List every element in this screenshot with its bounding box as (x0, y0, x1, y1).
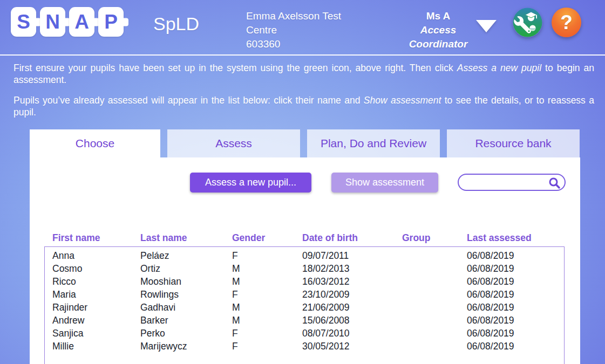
table-cell: Andrew (52, 314, 140, 327)
tab-bar: Choose Assess Plan, Do and Review Resour… (30, 129, 580, 157)
table-cell: Rowlings (140, 288, 232, 301)
instruction-paragraph: First ensure your pupils have been set u… (13, 63, 594, 86)
table-cell: 21/06/2009 (302, 301, 402, 314)
table-cell (402, 301, 467, 314)
table-cell (402, 275, 467, 288)
tab-resource-bank[interactable]: Resource bank (447, 129, 580, 157)
table-cell: 15/06/2008 (302, 314, 402, 327)
column-header: Last name (140, 232, 232, 244)
logo-piece: A (69, 7, 94, 37)
column-header: Gender (232, 232, 302, 244)
table-cell: M (232, 275, 302, 288)
table-cell: 18/02/2013 (302, 262, 402, 275)
table-row[interactable]: RiccoMooshianM16/03/201206/08/2019 (52, 275, 564, 288)
table-row[interactable]: MillieMarijewyczF30/05/201206/08/2019 (52, 340, 564, 353)
table-cell: Sanjica (52, 327, 140, 340)
table-row[interactable]: AndrewBarkerM15/06/200806/08/2019 (52, 314, 564, 327)
table-cell: Rajinder (52, 301, 140, 314)
table-cell: 06/08/2019 (467, 301, 564, 314)
instruction-paragraph: Pupils you’ve already assessed will appe… (13, 95, 594, 118)
centre-name-line: Centre (246, 23, 341, 37)
table-cell: F (232, 327, 302, 340)
table-cell: Cosmo (52, 262, 140, 275)
column-header: Date of birth (302, 232, 402, 244)
column-header: Last assessed (467, 232, 565, 244)
search-box[interactable] (458, 174, 566, 191)
pupil-setup-icon (513, 8, 542, 37)
user-menu-chevron-down-icon[interactable] (476, 20, 497, 32)
table-cell (402, 314, 467, 327)
table-cell: 09/07/2011 (302, 249, 402, 262)
user-info: Ms A Access Coordinator (402, 9, 475, 52)
pupil-table-body: AnnaPeláezF09/07/201106/08/2019CosmoOrti… (52, 249, 564, 353)
table-cell: 30/05/2012 (302, 340, 402, 353)
logo-piece: N (40, 7, 65, 37)
table-cell: 06/08/2019 (467, 262, 564, 275)
show-assessment-button[interactable]: Show assessment (331, 173, 438, 193)
table-cell: M (232, 301, 302, 314)
instructions: First ensure your pupils have been set u… (13, 63, 594, 119)
table-cell: F (232, 288, 302, 301)
user-name: Ms A (426, 10, 451, 22)
table-cell: Perko (140, 327, 232, 340)
table-row[interactable]: SanjicaPerkoF08/07/201006/08/2019 (52, 327, 564, 340)
table-cell: Barker (140, 314, 232, 327)
table-cell: Mooshian (140, 275, 232, 288)
pupil-table: AnnaPeláezF09/07/201106/08/2019CosmoOrti… (44, 246, 565, 364)
table-cell: Ricco (52, 275, 140, 288)
table-row[interactable]: AnnaPeláezF09/07/201106/08/2019 (52, 249, 564, 262)
table-cell: 06/08/2019 (467, 288, 564, 301)
table-cell: Ortiz (140, 262, 232, 275)
table-cell: Anna (52, 249, 140, 262)
centre-info: Emma Axelsson Test Centre 603360 (246, 9, 341, 52)
table-cell: 23/10/2009 (302, 288, 402, 301)
tab-plan-do-review[interactable]: Plan, Do and Review (307, 129, 440, 157)
table-cell: Maria (52, 288, 140, 301)
pupil-setup-button[interactable] (513, 8, 542, 37)
table-cell (402, 249, 467, 262)
content-panel: Assess a new pupil... Show assessment Fi… (30, 157, 580, 364)
user-role-line: Coordinator (402, 37, 475, 51)
assess-new-pupil-button[interactable]: Assess a new pupil... (190, 173, 311, 193)
tab-choose[interactable]: Choose (30, 129, 160, 157)
table-cell: 06/08/2019 (467, 275, 564, 288)
table-cell: M (232, 314, 302, 327)
table-cell: Gadhavi (140, 301, 232, 314)
question-mark-icon: ? (560, 11, 573, 34)
table-cell: 06/08/2019 (467, 340, 564, 353)
logo-piece: P (98, 7, 124, 37)
table-cell: Peláez (140, 249, 232, 262)
table-cell: 16/03/2012 (302, 275, 402, 288)
table-row[interactable]: RajinderGadhaviM21/06/200906/08/2019 (52, 301, 564, 314)
table-cell: Millie (52, 340, 140, 353)
table-cell (402, 327, 467, 340)
table-cell: 06/08/2019 (467, 314, 564, 327)
table-row[interactable]: MariaRowlingsF23/10/200906/08/2019 (52, 288, 564, 301)
table-cell (402, 262, 467, 275)
table-cell: F (232, 340, 302, 353)
table-cell: 06/08/2019 (467, 327, 564, 340)
column-header: First name (52, 232, 140, 244)
tab-assess[interactable]: Assess (167, 129, 300, 157)
table-row[interactable]: CosmoOrtizM18/02/201306/08/2019 (52, 262, 564, 275)
app-header: S N A P SpLD Emma Axelsson Test Centre 6… (0, 0, 605, 56)
search-input[interactable] (465, 176, 546, 189)
table-cell: M (232, 262, 302, 275)
snap-logo: S N A P (11, 7, 124, 37)
search-icon[interactable] (548, 176, 561, 189)
table-cell: 06/08/2019 (467, 249, 564, 262)
table-cell (402, 340, 467, 353)
table-cell: Marijewycz (140, 340, 232, 353)
help-button[interactable]: ? (552, 8, 581, 37)
table-cell: F (232, 249, 302, 262)
centre-number: 603360 (246, 37, 341, 51)
pupil-table-header: First nameLast nameGenderDate of birthGr… (52, 232, 565, 244)
product-name: SpLD (153, 13, 199, 35)
column-header: Group (402, 232, 467, 244)
table-cell: 08/07/2010 (302, 327, 402, 340)
centre-name-line: Emma Axelsson Test (246, 9, 341, 23)
user-role-line: Access (402, 23, 475, 37)
logo-piece: S (11, 7, 36, 37)
table-cell (402, 288, 467, 301)
